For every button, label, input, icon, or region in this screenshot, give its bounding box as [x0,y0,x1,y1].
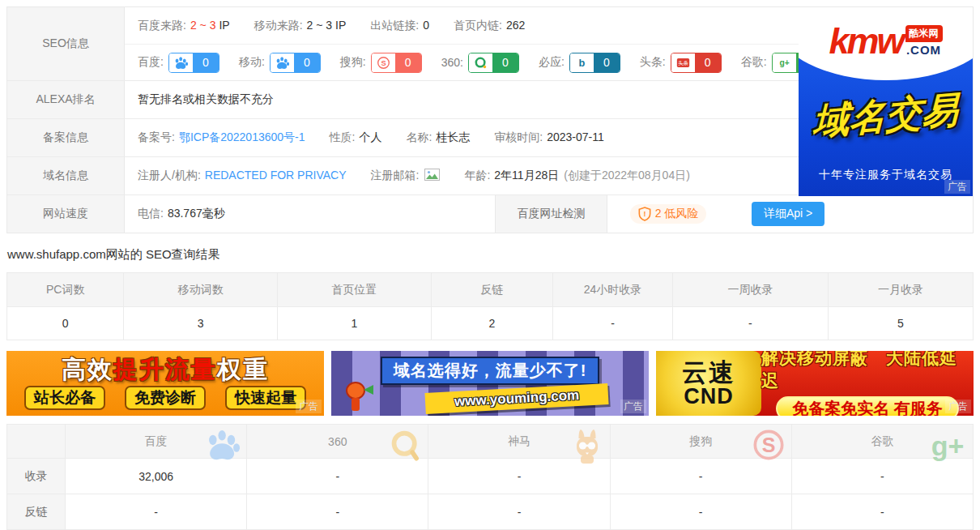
sogou-s-icon: S [752,429,785,461]
col-header-week-index: 一周收录 [672,273,828,307]
gplus-icon: g+ [773,53,796,72]
broken-image-icon [424,169,440,181]
value-week-index: - [672,307,828,340]
badge-group-bing: 必应: b 0 [539,53,620,73]
banner3-pill-text: 免备案免实名 有服务 [776,396,959,417]
yunsu-cdn-ad-banner[interactable]: 云速 CND 解决移动屏蔽大陆低延迟 免备案免实名 有服务 广告 [656,351,974,416]
svg-text:S: S [381,58,386,66]
col-header-home-position: 首页位置 [278,273,432,307]
sogou-backlink-count: - [610,494,791,530]
360-ring-icon [469,53,492,72]
speed-row: 网站速度 电信: 83.767毫秒 百度网址检测 ! 2 低风险 详细Api > [7,194,973,233]
registrant-link[interactable]: REDACTED FOR PRIVACY [205,169,347,182]
alexa-status-text: 暂无排名或相关数据不充分 [138,92,274,107]
value-month-index: 5 [828,307,973,340]
toutiao-rank-badge[interactable]: 头条 0 [671,53,722,73]
svg-text:S: S [761,434,775,456]
engine-index-table: 百度 360 神马 搜狗 S 谷歌 g+ 收录 32,006 [6,424,974,530]
sogou-index-count: - [610,459,791,494]
badge-group-360: 360: 0 [441,53,519,73]
stat-homepage-links: 首页内链:262 [454,19,525,33]
shenma-llama-icon [571,429,603,464]
traffic-boost-ad-banner[interactable]: 高效提升流量权重 站长必备 免费诊断 快速起量 广告 [6,351,324,416]
row-label-backlinks: 反链 [7,494,66,530]
banner3-brand: 云速 CND [656,351,761,416]
ad-banner-row: 高效提升流量权重 站长必备 免费诊断 快速起量 广告 域名选得好，流量少不了! … [6,351,974,416]
stat-outbound-links: 出站链接:0 [370,19,429,33]
banner1-button-1[interactable]: 站长必备 [24,386,105,410]
mobile-rank-badge[interactable]: 0 [270,53,321,73]
registrant-pair: 注册人/机构:REDACTED FOR PRIVACY [138,169,347,183]
detail-api-button[interactable]: 详细Api > [752,202,824,226]
toutiao-logo-icon: 头条 [671,53,695,72]
mobile-paw-icon [271,53,294,72]
value-backlinks: 2 [431,307,552,340]
stat-mobile-traffic: 移动来路:2 ~ 3IP [254,19,347,33]
ad-label: 广告 [945,400,971,413]
bing-b-icon: b [570,53,594,72]
google-backlink-count: - [791,494,973,530]
banner1-headline: 高效提升流量权重 [62,357,269,383]
site-info-section: SEO信息 百度来路:2 ~ 3IP 移动来路:2 ~ 3IP 出站链接:0 首… [6,6,974,233]
ad-label: 广告 [296,400,322,413]
svg-text:b: b [578,56,585,68]
col-header-sogou: 搜狗 S [610,425,791,459]
mascot-illustration [344,382,372,414]
badge-group-sogou: 搜狗: S 0 [340,53,422,73]
baidu-index-count: 32,006 [66,459,247,494]
svg-text:g+: g+ [931,430,965,461]
360-backlink-count: - [247,494,428,530]
row-label-seo-info: SEO信息 [7,7,125,80]
row-label-speed: 网站速度 [7,195,125,233]
baidu-paw-icon [206,429,240,461]
col-header-backlinks: 反链 [431,273,552,307]
google-index-count: - [791,459,973,494]
baidu-url-check-button[interactable]: 百度网址检测 [495,195,607,233]
col-header-pc-words: PC词数 [7,273,124,307]
badge-group-toutiao: 头条: 头条 0 [640,53,722,73]
icp-nature-pair: 性质:个人 [330,130,382,145]
shenma-backlink-count: - [428,494,610,530]
360-rank-badge[interactable]: 0 [468,53,519,73]
icp-number-link[interactable]: 鄂ICP备2022013600号-1 [179,130,305,143]
banner2-site-url[interactable]: www.youming.com [424,383,608,414]
value-mobile-words: 3 [124,307,278,340]
gplus-icon: g+ [929,429,966,463]
ad-label: 广告 [944,180,970,194]
col-header-mobile-words: 移动词数 [124,273,278,307]
bing-rank-badge[interactable]: b 0 [569,53,620,73]
baidu-rank-badge[interactable]: 0 [168,53,219,73]
kmw-ad-headline: 域名交易 [799,83,973,147]
row-label-domain: 域名信息 [7,157,125,194]
engine-corner-cell [7,425,66,459]
badge-group-baidu: 百度: 0 [138,53,219,73]
row-label-icp: 备案信息 [7,119,125,156]
value-home-position: 1 [278,307,432,340]
banner1-button-3[interactable]: 快速起量 [225,386,306,410]
col-header-24h-index: 24小时收录 [553,273,673,307]
sogou-rank-badge[interactable]: S 0 [371,53,422,73]
col-header-google: 谷歌 g+ [791,425,973,459]
360-index-count: - [247,459,428,494]
age-pair: 年龄:2年11月28日(创建于2022年08月04日) [464,169,689,183]
icp-name-pair: 名称:桂长志 [406,130,470,145]
kmw-domain-ad-banner[interactable]: kmw 酷米网 .COM 域名交易 十年专注服务于域名交易 广告 [799,7,973,196]
col-header-baidu: 百度 [66,425,247,459]
banner1-button-2[interactable]: 免费诊断 [125,386,206,410]
svg-text:头条: 头条 [678,60,688,66]
badge-group-mobile: 移动: 0 [239,53,321,73]
youming-domain-ad-banner[interactable]: 域名选得好，流量少不了! www.youming.com 广告 [331,351,649,416]
value-24h-index: - [553,307,673,340]
icp-number-pair: 备案号:鄂ICP备2022013600号-1 [138,130,305,145]
page-title: www.shufapp.com网站的 SEO查询结果 [7,247,974,263]
col-header-360: 360 [247,425,428,459]
ad-label: 广告 [620,400,646,413]
seo-result-header-row: PC词数 移动词数 首页位置 反链 24小时收录 一周收录 一月收录 [7,273,974,307]
engine-header-row: 百度 360 神马 搜狗 S 谷歌 g+ [7,425,974,459]
seo-query-page: SEO信息 百度来路:2 ~ 3IP 移动来路:2 ~ 3IP 出站链接:0 首… [0,0,980,530]
row-label-index: 收录 [7,459,66,494]
banner2-headline: 域名选得好，流量少不了! [381,357,600,385]
seo-result-value-row: 0 3 1 2 - - 5 [7,307,974,340]
row-label-alexa: ALEXA排名 [7,81,125,118]
risk-level-badge[interactable]: ! 2 低风险 [630,204,707,224]
